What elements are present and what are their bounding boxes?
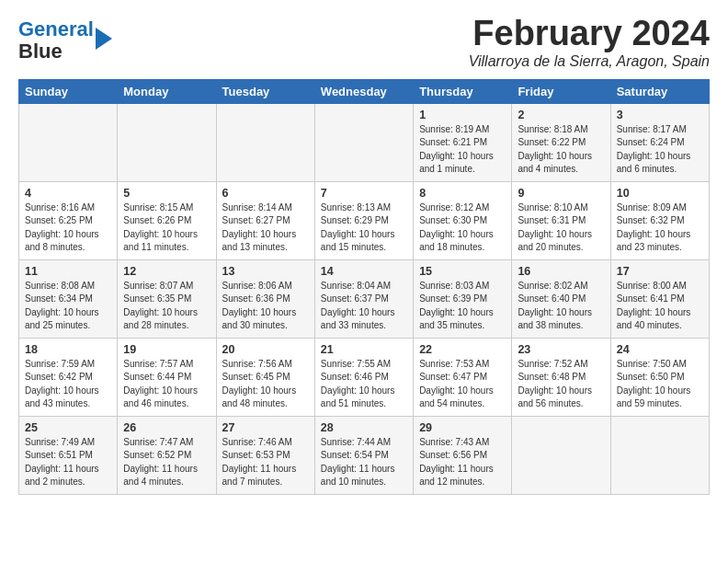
calendar-cell (19, 103, 118, 181)
calendar-cell: 6Sunrise: 8:14 AM Sunset: 6:27 PM Daylig… (216, 181, 314, 259)
day-content: Sunrise: 8:18 AM Sunset: 6:22 PM Dayligh… (518, 123, 604, 177)
calendar-cell: 3Sunrise: 8:17 AM Sunset: 6:24 PM Daylig… (610, 103, 709, 181)
day-content: Sunrise: 8:15 AM Sunset: 6:26 PM Dayligh… (123, 201, 210, 255)
calendar-cell: 16Sunrise: 8:02 AM Sunset: 6:40 PM Dayli… (512, 259, 610, 338)
day-content: Sunrise: 8:16 AM Sunset: 6:25 PM Dayligh… (25, 201, 111, 255)
weekday-header-row: SundayMondayTuesdayWednesdayThursdayFrid… (19, 79, 710, 103)
calendar-cell: 25Sunrise: 7:49 AM Sunset: 6:51 PM Dayli… (19, 416, 118, 494)
day-number: 2 (518, 109, 604, 121)
calendar-cell: 26Sunrise: 7:47 AM Sunset: 6:52 PM Dayli… (118, 416, 216, 494)
day-number: 1 (419, 109, 506, 121)
calendar-cell: 23Sunrise: 7:52 AM Sunset: 6:48 PM Dayli… (512, 338, 610, 416)
calendar-cell: 17Sunrise: 8:00 AM Sunset: 6:41 PM Dayli… (610, 259, 709, 338)
day-content: Sunrise: 7:53 AM Sunset: 6:47 PM Dayligh… (419, 358, 506, 411)
day-number: 13 (222, 265, 309, 278)
calendar-cell (314, 103, 413, 181)
calendar-cell (512, 416, 610, 494)
week-row-3: 11Sunrise: 8:08 AM Sunset: 6:34 PM Dayli… (19, 259, 710, 338)
day-number: 14 (321, 265, 407, 278)
week-row-4: 18Sunrise: 7:59 AM Sunset: 6:42 PM Dayli… (19, 338, 710, 416)
logo-text: General Blue (18, 18, 94, 63)
logo: General Blue (18, 18, 112, 63)
weekday-header-thursday: Thursday (414, 79, 512, 103)
day-content: Sunrise: 7:57 AM Sunset: 6:44 PM Dayligh… (123, 358, 210, 411)
day-content: Sunrise: 8:10 AM Sunset: 6:31 PM Dayligh… (518, 201, 604, 255)
day-content: Sunrise: 7:47 AM Sunset: 6:52 PM Dayligh… (123, 436, 210, 489)
calendar-cell: 11Sunrise: 8:08 AM Sunset: 6:34 PM Dayli… (19, 259, 118, 338)
day-content: Sunrise: 7:43 AM Sunset: 6:56 PM Dayligh… (419, 436, 506, 489)
calendar-cell: 10Sunrise: 8:09 AM Sunset: 6:32 PM Dayli… (610, 181, 709, 259)
day-number: 26 (123, 421, 210, 434)
day-content: Sunrise: 8:03 AM Sunset: 6:39 PM Dayligh… (419, 280, 506, 333)
calendar-cell: 7Sunrise: 8:13 AM Sunset: 6:29 PM Daylig… (314, 181, 413, 259)
day-content: Sunrise: 8:09 AM Sunset: 6:32 PM Dayligh… (617, 201, 703, 255)
calendar-cell: 5Sunrise: 8:15 AM Sunset: 6:26 PM Daylig… (118, 181, 216, 259)
day-number: 29 (419, 421, 506, 434)
day-content: Sunrise: 7:50 AM Sunset: 6:50 PM Dayligh… (617, 358, 703, 411)
day-content: Sunrise: 7:55 AM Sunset: 6:46 PM Dayligh… (321, 358, 407, 411)
calendar-cell: 18Sunrise: 7:59 AM Sunset: 6:42 PM Dayli… (19, 338, 118, 416)
day-number: 20 (222, 343, 309, 356)
week-row-5: 25Sunrise: 7:49 AM Sunset: 6:51 PM Dayli… (19, 416, 710, 494)
calendar-cell: 4Sunrise: 8:16 AM Sunset: 6:25 PM Daylig… (19, 181, 118, 259)
day-content: Sunrise: 8:14 AM Sunset: 6:27 PM Dayligh… (222, 201, 309, 255)
day-number: 9 (518, 187, 604, 200)
weekday-header-friday: Friday (512, 79, 610, 103)
day-number: 6 (222, 187, 309, 200)
day-number: 5 (123, 187, 210, 200)
page-header: General Blue February 2024 Villarroya de… (18, 15, 710, 70)
calendar-cell: 20Sunrise: 7:56 AM Sunset: 6:45 PM Dayli… (216, 338, 314, 416)
day-content: Sunrise: 8:07 AM Sunset: 6:35 PM Dayligh… (123, 280, 210, 333)
day-content: Sunrise: 7:52 AM Sunset: 6:48 PM Dayligh… (518, 358, 604, 411)
calendar-table: SundayMondayTuesdayWednesdayThursdayFrid… (18, 79, 710, 495)
day-content: Sunrise: 8:13 AM Sunset: 6:29 PM Dayligh… (321, 201, 407, 255)
weekday-header-tuesday: Tuesday (216, 79, 314, 103)
day-number: 10 (617, 187, 703, 200)
day-content: Sunrise: 7:46 AM Sunset: 6:53 PM Dayligh… (222, 436, 309, 489)
day-number: 19 (123, 343, 210, 356)
day-content: Sunrise: 7:56 AM Sunset: 6:45 PM Dayligh… (222, 358, 309, 411)
day-number: 8 (419, 187, 506, 200)
day-number: 18 (25, 343, 111, 356)
week-row-1: 1Sunrise: 8:19 AM Sunset: 6:21 PM Daylig… (19, 103, 710, 181)
calendar-cell: 19Sunrise: 7:57 AM Sunset: 6:44 PM Dayli… (118, 338, 216, 416)
calendar-cell: 24Sunrise: 7:50 AM Sunset: 6:50 PM Dayli… (610, 338, 709, 416)
day-content: Sunrise: 8:04 AM Sunset: 6:37 PM Dayligh… (321, 280, 407, 333)
calendar-cell (610, 416, 709, 494)
day-content: Sunrise: 8:06 AM Sunset: 6:36 PM Dayligh… (222, 280, 309, 333)
month-title: February 2024 (469, 15, 710, 53)
calendar-cell: 2Sunrise: 8:18 AM Sunset: 6:22 PM Daylig… (512, 103, 610, 181)
weekday-header-monday: Monday (118, 79, 216, 103)
day-content: Sunrise: 8:08 AM Sunset: 6:34 PM Dayligh… (25, 280, 111, 333)
day-number: 15 (419, 265, 506, 278)
day-content: Sunrise: 8:12 AM Sunset: 6:30 PM Dayligh… (419, 201, 506, 255)
day-number: 23 (518, 343, 604, 356)
calendar-cell: 28Sunrise: 7:44 AM Sunset: 6:54 PM Dayli… (314, 416, 413, 494)
day-number: 24 (617, 343, 703, 356)
day-number: 11 (25, 265, 111, 278)
calendar-cell: 12Sunrise: 8:07 AM Sunset: 6:35 PM Dayli… (118, 259, 216, 338)
day-content: Sunrise: 8:02 AM Sunset: 6:40 PM Dayligh… (518, 280, 604, 333)
day-number: 25 (25, 421, 111, 434)
day-number: 7 (321, 187, 407, 200)
weekday-header-saturday: Saturday (610, 79, 709, 103)
weekday-header-sunday: Sunday (19, 79, 118, 103)
location-subtitle: Villarroya de la Sierra, Aragon, Spain (469, 53, 710, 70)
calendar-cell: 1Sunrise: 8:19 AM Sunset: 6:21 PM Daylig… (414, 103, 512, 181)
day-content: Sunrise: 7:59 AM Sunset: 6:42 PM Dayligh… (25, 358, 111, 411)
day-number: 12 (123, 265, 210, 278)
weekday-header-wednesday: Wednesday (314, 79, 413, 103)
day-content: Sunrise: 7:44 AM Sunset: 6:54 PM Dayligh… (321, 436, 407, 489)
calendar-cell: 22Sunrise: 7:53 AM Sunset: 6:47 PM Dayli… (414, 338, 512, 416)
day-number: 17 (617, 265, 703, 278)
week-row-2: 4Sunrise: 8:16 AM Sunset: 6:25 PM Daylig… (19, 181, 710, 259)
calendar-cell: 13Sunrise: 8:06 AM Sunset: 6:36 PM Dayli… (216, 259, 314, 338)
day-content: Sunrise: 8:00 AM Sunset: 6:41 PM Dayligh… (617, 280, 703, 333)
day-number: 16 (518, 265, 604, 278)
calendar-cell: 15Sunrise: 8:03 AM Sunset: 6:39 PM Dayli… (414, 259, 512, 338)
calendar-cell: 21Sunrise: 7:55 AM Sunset: 6:46 PM Dayli… (314, 338, 413, 416)
day-content: Sunrise: 7:49 AM Sunset: 6:51 PM Dayligh… (25, 436, 111, 489)
day-content: Sunrise: 8:17 AM Sunset: 6:24 PM Dayligh… (617, 123, 703, 177)
day-number: 28 (321, 421, 407, 434)
calendar-cell: 27Sunrise: 7:46 AM Sunset: 6:53 PM Dayli… (216, 416, 314, 494)
